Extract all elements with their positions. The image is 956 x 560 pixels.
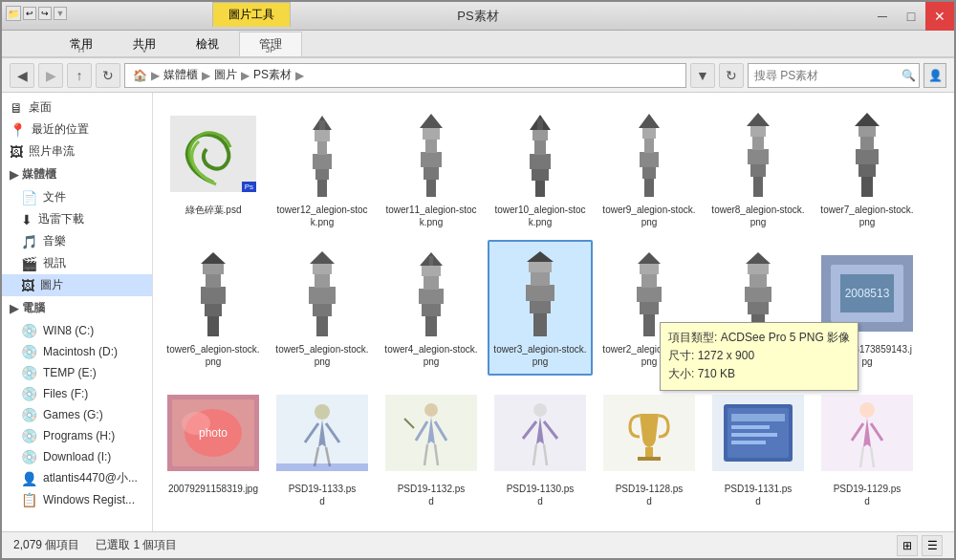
refresh2-button[interactable]: ↻ <box>719 63 744 88</box>
svg-rect-98 <box>731 414 785 421</box>
svg-rect-40 <box>205 303 222 316</box>
svg-rect-10 <box>421 152 442 167</box>
tab-guanli[interactable]: 管理JP <box>239 32 302 56</box>
file-item-psd1131[interactable]: PSD19-1131.psd <box>706 379 811 515</box>
sidebar-item-video[interactable]: 🎬 視訊 <box>2 252 152 274</box>
forward-button[interactable]: ▶ <box>38 63 63 88</box>
search-icon[interactable]: 🔍 <box>902 69 916 82</box>
file-item-psd1130[interactable]: PSD19-1130.psd <box>488 379 593 515</box>
file-item-warrior-blue[interactable] <box>161 519 266 531</box>
tab-jianzhi[interactable]: 檢視 <box>176 32 239 56</box>
thumb-psd1128 <box>603 387 695 479</box>
file-item-tower5[interactable]: tower5_alegion-stock.png <box>270 240 375 376</box>
sidebar-item-download[interactable]: 💿 Download (I:) <box>2 446 152 467</box>
tab-gongyong[interactable]: 共用V <box>113 32 176 56</box>
sidebar-item-programs[interactable]: 💿 Programs (H:) <box>2 425 152 446</box>
search-bar[interactable]: 🔍 <box>748 63 920 88</box>
file-item-tower7[interactable]: tower7_alegion-stock.png <box>815 100 920 236</box>
svg-rect-42 <box>206 273 221 288</box>
close-button[interactable]: ✕ <box>925 2 954 31</box>
view-grid-button[interactable]: ⊞ <box>897 535 918 556</box>
svg-rect-12 <box>423 126 440 140</box>
file-item-tower10[interactable]: tower10_alegion-stock.png <box>488 100 593 236</box>
file-item-tower2[interactable]: tower2_alegion-stock.png <box>597 240 702 376</box>
svg-rect-73 <box>750 273 767 288</box>
undo-icon[interactable]: ↩ <box>23 7 36 20</box>
dl-icon: ⬇ <box>21 212 33 227</box>
sidebar-item-files[interactable]: 💿 Files (F:) <box>2 383 152 404</box>
file-item-tower9[interactable]: tower9_alegion-stock.png <box>597 100 702 236</box>
thumb-psd1133 <box>276 387 368 479</box>
file-item-20079[interactable]: photo 20079291158319.jpg <box>161 379 266 515</box>
svg-rect-23 <box>640 152 659 167</box>
sidebar-item-downloads[interactable]: ⬇ 迅雷下載 <box>2 208 152 230</box>
file-item-tower3[interactable]: tower3_alegion-stock.png <box>488 240 593 376</box>
file-item-tower12[interactable]: tower12_alegion-stock.png <box>270 100 375 236</box>
breadcrumb-sep1: ▶ <box>151 69 160 82</box>
sidebar-item-atlantis[interactable]: 👤 atlantis4470@小... <box>2 467 152 489</box>
main-area: 🖥 桌面 📍 最近的位置 🖼 照片串流 ▶ 媒體櫃 📄 文件 ⬇ 迅雷下載 <box>2 93 954 531</box>
thumb-psd1130 <box>494 387 586 479</box>
tab-changyong[interactable]: 常用H <box>50 32 113 56</box>
file-item-warrior-red[interactable] <box>379 519 484 531</box>
breadcrumb-media[interactable]: 媒體櫃 <box>163 67 198 83</box>
file-item-warrior-pink[interactable] <box>270 519 375 531</box>
sidebar-item-mac[interactable]: 💿 Macintosh (D:) <box>2 341 152 362</box>
svg-rect-36 <box>860 136 874 150</box>
svg-rect-1 <box>317 178 327 197</box>
file-item-green[interactable]: Ps 綠色碎葉.psd <box>161 100 266 236</box>
refresh-button[interactable]: ↻ <box>96 63 120 88</box>
sidebar-item-photostream[interactable]: 🖼 照片串流 <box>2 140 152 162</box>
minimize-button[interactable]: ─ <box>868 2 897 31</box>
drive-i-icon: 💿 <box>21 449 37 464</box>
svg-point-86 <box>315 404 330 420</box>
tool-tab: 圖片工具 <box>212 2 291 27</box>
sidebar-item-registry[interactable]: 📋 Windows Regist... <box>2 489 152 510</box>
sidebar-item-temp[interactable]: 💿 TEMP (E:) <box>2 362 152 383</box>
view-list-button[interactable]: ☰ <box>922 535 943 556</box>
up-button[interactable]: ↑ <box>67 63 92 88</box>
file-item-psd1129[interactable]: PSD19-1129.psd <box>815 379 920 515</box>
svg-marker-44 <box>201 252 226 264</box>
svg-rect-66 <box>637 287 662 302</box>
file-item-psd1128[interactable]: PSD19-1128.psd <box>597 379 702 515</box>
dropdown-icon[interactable]: ▼ <box>54 7 67 20</box>
status-bar: 2,079 個項目 已選取 1 個項目 ⊞ ☰ <box>2 531 954 558</box>
file-item-tower6[interactable]: tower6_alegion-stock.png <box>161 240 266 376</box>
file-grid[interactable]: Ps 綠色碎葉.psd <box>153 93 954 531</box>
sidebar-item-win8c[interactable]: 💿 WIN8 (C:) <box>2 320 152 341</box>
sidebar-item-desktop[interactable]: 🖥 桌面 <box>2 97 152 118</box>
file-name-tower1: tower1_alegion-stock.png <box>711 343 805 368</box>
sidebar-group-media[interactable]: ▶ 媒體櫃 <box>2 162 152 186</box>
file-item-psd1133[interactable]: PSD19-1133.psd <box>270 379 375 515</box>
drive-e-icon: 💿 <box>21 365 37 380</box>
thumb-warrior-pink <box>276 527 368 531</box>
svg-rect-35 <box>856 149 879 164</box>
breadcrumb-ps[interactable]: PS素材 <box>253 67 292 83</box>
file-item-tower8[interactable]: tower8_alegion-stock.png <box>706 100 811 236</box>
account-icon[interactable]: 👤 <box>923 63 946 88</box>
sidebar-item-games[interactable]: 💿 Games (G:) <box>2 404 152 425</box>
sidebar-item-recent[interactable]: 📍 最近的位置 <box>2 118 152 140</box>
maximize-button[interactable]: □ <box>897 2 925 31</box>
sidebar-group-computer[interactable]: ▶ 電腦 <box>2 296 152 320</box>
svg-rect-52 <box>422 303 441 316</box>
sidebar-item-pictures[interactable]: 🖼 圖片 <box>2 274 152 296</box>
svg-rect-8 <box>426 178 436 197</box>
file-item-tower11[interactable]: tower11_alegion-stock.png <box>379 100 484 236</box>
breadcrumb-pictures[interactable]: 圖片 <box>214 67 237 83</box>
redo-icon[interactable]: ↪ <box>38 7 52 20</box>
file-item-tower1[interactable]: tower1_alegion-stock.png <box>706 240 811 376</box>
svg-rect-60 <box>526 285 554 301</box>
search-input[interactable] <box>754 69 898 82</box>
breadcrumb[interactable]: 🏠 ▶ 媒體櫃 ▶ 圖片 ▶ PS素材 ▶ <box>124 63 686 88</box>
dropdown-path-button[interactable]: ▼ <box>690 63 715 88</box>
file-item-tower4[interactable]: tower4_alegion-stock.png <box>379 240 484 376</box>
back-button[interactable]: ◀ <box>10 63 34 88</box>
file-name-psd1128: PSD19-1128.psd <box>616 483 684 507</box>
file-item-psd1132[interactable]: PSD19-1132.psd <box>379 379 484 515</box>
sidebar-item-music[interactable]: 🎵 音樂 <box>2 230 152 252</box>
quick-access-icon[interactable]: 📁 <box>6 6 21 21</box>
sidebar-item-documents[interactable]: 📄 文件 <box>2 186 152 208</box>
file-item-2008513[interactable]: 2008513 2008513173859143.jpg <box>815 240 920 376</box>
